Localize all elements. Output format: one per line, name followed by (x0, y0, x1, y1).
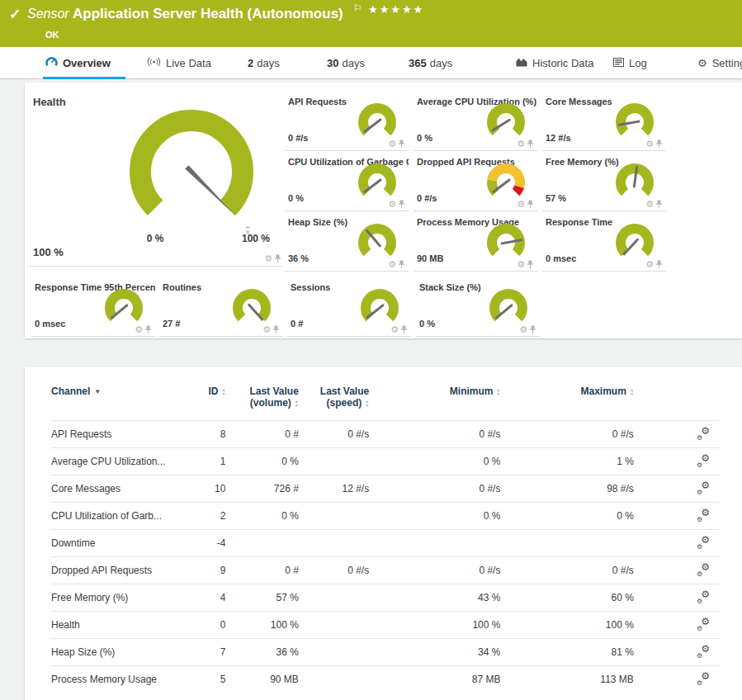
gear-icon[interactable]: ⚙ (517, 260, 525, 269)
pin-icon[interactable] (527, 140, 534, 149)
caret-down-icon: ▼ (94, 388, 101, 395)
gear-icon[interactable]: ⚙ (645, 200, 654, 209)
maximum: 113 MB (500, 666, 633, 693)
tab-overview[interactable]: Overview (45, 47, 111, 79)
pin-icon[interactable] (529, 325, 536, 334)
gauge-cell-api-requests[interactable]: API Requests 0 #/s ⚙ (285, 91, 409, 151)
col-header-minimum[interactable]: Minimum▲▼ (369, 382, 500, 421)
channel-name[interactable]: Dropped API Requests (51, 557, 200, 584)
priority-stars[interactable]: ★★★★★ (368, 3, 424, 16)
tab-live-data[interactable]: Live Data (147, 47, 211, 79)
col-header-last-value-volume[interactable]: Last Value(volume)▲▼ (225, 382, 298, 421)
table-row: API Requests 8 0 # 0 #/s 0 #/s 0 #/s ⚙⚙ (51, 421, 720, 448)
channel-name[interactable]: CPU Utilization of Garb... (51, 503, 200, 530)
col-header-channel[interactable]: Channel▼ (51, 382, 200, 421)
gauge-cell-heap-size[interactable]: Heap Size (%) 36 % ⚙ (285, 211, 409, 272)
pin-icon[interactable] (655, 140, 663, 149)
gauge-value: 0 #/s (288, 133, 308, 143)
pin-icon[interactable] (272, 325, 280, 334)
channel-settings-icon[interactable]: ⚙⚙ (697, 536, 710, 549)
gear-icon[interactable]: ⚙ (517, 140, 525, 149)
gauge-label: Response Time (546, 217, 612, 227)
tab-settings[interactable]: ⚙Settings (697, 47, 742, 79)
channel-id: 5 (200, 666, 225, 693)
gauge-cell-stack-size[interactable]: Stack Size (%) 0 % ⚙ (416, 277, 540, 337)
tab-log[interactable]: Log (613, 47, 647, 79)
tab-2-days[interactable]: 2days (248, 47, 280, 79)
pin-icon[interactable] (527, 200, 534, 209)
channel-settings-icon[interactable]: ⚙⚙ (697, 454, 710, 467)
gear-icon[interactable]: ⚙ (388, 140, 396, 149)
gauge-cell-response-time[interactable]: Response Time 0 msec ⚙ (542, 211, 666, 272)
gauge-cell-process-memory[interactable]: Process Memory Usage 90 MB ⚙ (414, 211, 537, 272)
gauge-cell-cpu-garbage[interactable]: CPU Utilization of Garbage C... 0 % ⚙ (285, 151, 409, 211)
col-header-maximum[interactable]: Maximum▲▼ (500, 382, 633, 421)
gear-icon[interactable]: ⚙ (262, 325, 271, 334)
pin-icon[interactable] (398, 140, 405, 149)
pin-icon[interactable] (398, 260, 405, 269)
channel-settings-icon[interactable]: ⚙⚙ (697, 590, 710, 603)
last-value-volume: 57 % (225, 584, 298, 612)
gauge-value: 57 % (546, 193, 566, 203)
col-header-last-value-speed[interactable]: Last Value(speed)▲▼ (299, 382, 369, 421)
minimum: 0 #/s (369, 421, 500, 448)
gear-icon[interactable]: ⚙ (645, 140, 654, 149)
tab-historic-data[interactable]: Historic Data (516, 47, 593, 79)
tab-label: days (342, 57, 364, 69)
sort-icon: ▲▼ (221, 388, 225, 396)
flag-icon[interactable]: ⚐ (353, 2, 362, 14)
channel-id: 0 (200, 612, 225, 639)
gear-icon[interactable]: ⚙ (517, 200, 525, 209)
gauge-cell-sessions[interactable]: Sessions 0 # ⚙ (287, 277, 411, 337)
gear-icon[interactable]: ⚙ (388, 260, 396, 269)
channel-name[interactable]: Downtime (51, 530, 200, 557)
pin-icon[interactable] (655, 260, 663, 269)
pin-icon[interactable] (527, 260, 534, 269)
gear-icon[interactable]: ⚙ (519, 325, 527, 334)
tab-365-days[interactable]: 365days (409, 47, 452, 79)
tab-30-days[interactable]: 30days (327, 47, 365, 79)
pin-icon[interactable] (400, 325, 408, 334)
gauge-cell-response-95th[interactable]: Response Time 95th Percentile 0 msec ⚙ (31, 277, 155, 337)
gauge-label: Core Messages (546, 97, 612, 106)
gauge-cell-health[interactable]: Health x 0 % 100 % 100 % ⚙ (25, 83, 285, 268)
gear-icon[interactable]: ⚙ (264, 254, 272, 263)
channel-name[interactable]: Core Messages (51, 475, 200, 503)
pin-icon[interactable] (398, 200, 405, 209)
channels-panel: Channel▼ ID▲▼ Last Value(volume)▲▼ Last … (25, 367, 742, 700)
channel-settings-icon[interactable]: ⚙⚙ (697, 427, 710, 440)
health-gauge (117, 107, 266, 236)
pin-icon[interactable] (655, 200, 663, 209)
channel-name[interactable]: Health (51, 612, 200, 639)
channel-settings-icon[interactable]: ⚙⚙ (697, 645, 710, 658)
channel-name[interactable]: Average CPU Utilization... (51, 448, 200, 475)
channel-settings-icon[interactable]: ⚙⚙ (697, 481, 710, 494)
tab-label: Log (629, 57, 647, 69)
gauge-label: Heap Size (%) (288, 217, 347, 227)
channel-name[interactable]: API Requests (51, 421, 200, 448)
gauge-cell-average-cpu[interactable]: Average CPU Utilization (%) 0 % ⚙ (414, 91, 537, 151)
col-header-id[interactable]: ID▲▼ (200, 382, 225, 421)
channel-name[interactable]: Free Memory (%) (51, 584, 200, 612)
gear-icon[interactable]: ⚙ (645, 260, 654, 269)
minimum: 0 % (369, 448, 500, 475)
channel-name[interactable]: Process Memory Usage (51, 666, 200, 693)
gauge-cell-dropped-api[interactable]: Dropped API Requests 0 #/s ⚙ (414, 151, 537, 211)
channel-settings-icon[interactable]: ⚙⚙ (697, 672, 710, 685)
gear-icon[interactable]: ⚙ (390, 325, 399, 334)
gauge-cell-free-memory[interactable]: Free Memory (%) 57 % ⚙ (542, 151, 666, 211)
table-row: Process Memory Usage 5 90 MB 87 MB 113 M… (51, 666, 720, 693)
gauge-cell-routines[interactable]: Routines 27 # ⚙ (159, 277, 283, 337)
channel-settings-icon[interactable]: ⚙⚙ (697, 508, 710, 522)
gauge-cell-core-messages[interactable]: Core Messages 12 #/s ⚙ (542, 91, 666, 151)
pin-icon[interactable] (144, 325, 152, 334)
channel-settings-icon[interactable]: ⚙⚙ (697, 563, 710, 576)
pin-icon[interactable] (274, 254, 281, 263)
gear-icon[interactable]: ⚙ (135, 325, 143, 334)
minimum: 43 % (369, 584, 500, 612)
sensor-kind-label: Sensor (27, 7, 69, 21)
gear-icon[interactable]: ⚙ (388, 200, 396, 209)
col-header-label: Last Value (249, 385, 298, 397)
channel-name[interactable]: Heap Size (%) (51, 639, 200, 666)
channel-settings-icon[interactable]: ⚙⚙ (697, 617, 710, 631)
